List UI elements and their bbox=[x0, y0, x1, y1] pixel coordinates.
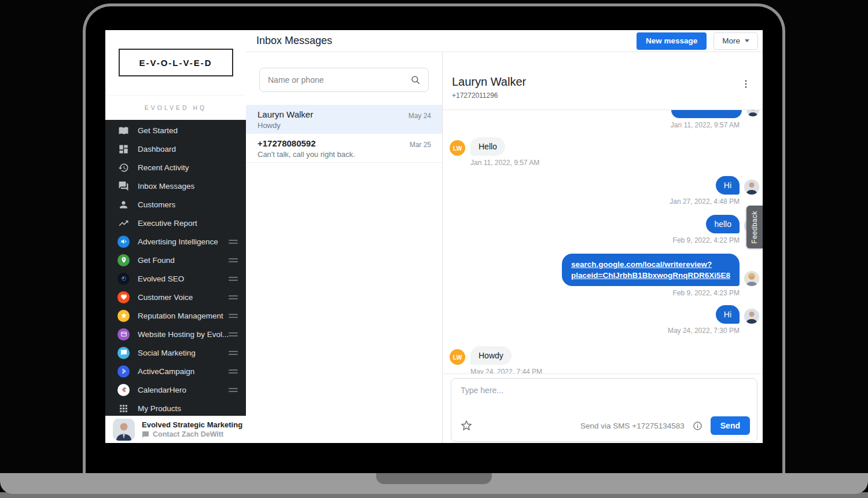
info-icon[interactable] bbox=[693, 421, 703, 431]
megaphone-icon bbox=[117, 236, 130, 248]
calendarhero-icon bbox=[117, 384, 130, 396]
avatar-initials: LW bbox=[450, 349, 465, 365]
sidebar-item-website-hosting[interactable]: Website Hosting by Evol... bbox=[105, 325, 246, 343]
avatar bbox=[113, 419, 135, 441]
search-icon[interactable] bbox=[410, 75, 421, 85]
chat-contact-phone: +17272011296 bbox=[452, 91, 498, 100]
heart-icon bbox=[117, 291, 130, 303]
message-row-incoming: LW Hello bbox=[443, 137, 763, 156]
sidebar-item-advertising-intelligence[interactable]: Advertising Intelligence bbox=[105, 232, 246, 251]
sidebar: E-V-O-L-V-E-D EVOLVED HQ Get Started Das… bbox=[105, 30, 246, 443]
avatar bbox=[746, 110, 759, 116]
book-icon bbox=[117, 124, 130, 137]
sidebar-item-social-marketing[interactable]: Social Marketing bbox=[105, 343, 246, 362]
message-history[interactable]: Jan 11, 2022, 9:57 AM LW Hello Jan 11, 2… bbox=[443, 110, 763, 374]
sidebar-item-label: Website Hosting by Evol... bbox=[138, 330, 229, 339]
avatar-initials: LW bbox=[450, 140, 465, 156]
conversation-date: May 24 bbox=[409, 112, 431, 120]
drag-handle-icon[interactable] bbox=[229, 332, 238, 336]
message-row-incoming: LW Howdy bbox=[443, 346, 763, 365]
send-button[interactable]: Send bbox=[711, 416, 750, 435]
review-link[interactable]: search.google.com/local/writereview? bbox=[571, 259, 730, 270]
drag-handle-icon[interactable] bbox=[229, 258, 238, 262]
conversation-item-lauryn-walker[interactable]: Lauryn Walker Howdy May 24 bbox=[246, 105, 442, 134]
browser-window-icon bbox=[117, 328, 130, 340]
more-button[interactable]: More bbox=[713, 32, 758, 50]
forum-icon bbox=[117, 180, 130, 192]
logo-area: E-V-O-L-V-E-D bbox=[105, 30, 246, 95]
sidebar-footer[interactable]: Evolved Strategic Marketing Contact Zach… bbox=[105, 416, 246, 443]
drag-handle-icon[interactable] bbox=[229, 351, 238, 355]
send-group: Send via SMS +17275134583 Send bbox=[580, 416, 750, 435]
sidebar-item-calendarhero[interactable]: CalendarHero bbox=[105, 380, 246, 399]
new-message-button[interactable]: New message bbox=[637, 32, 707, 50]
sidebar-item-label: Recent Activity bbox=[138, 163, 189, 172]
sidebar-item-recent-activity[interactable]: Recent Activity bbox=[105, 158, 246, 177]
sidebar-item-activecampaign[interactable]: ActiveCampaign bbox=[105, 362, 246, 380]
message-timestamp: Feb 9, 2022, 4:22 PM bbox=[443, 236, 763, 244]
globe-icon bbox=[117, 273, 130, 285]
message-timestamp: Jan 11, 2022, 9:57 AM bbox=[443, 121, 763, 129]
page-title: Inbox Messages bbox=[256, 35, 332, 47]
sidebar-item-my-products[interactable]: My Products bbox=[105, 399, 246, 416]
message-bubble: Hi bbox=[716, 305, 740, 324]
sidebar-item-label: Reputation Management bbox=[138, 312, 223, 320]
drag-handle-icon[interactable] bbox=[229, 240, 238, 244]
grid-icon bbox=[117, 402, 130, 415]
app-header: Inbox Messages New message More bbox=[246, 30, 763, 52]
sidebar-item-get-found[interactable]: Get Found bbox=[105, 251, 246, 269]
chevron-down-icon bbox=[745, 39, 749, 42]
message-bubble: Hi bbox=[716, 176, 740, 195]
star-outline-icon[interactable] bbox=[461, 420, 472, 431]
sidebar-item-customer-voice[interactable]: Customer Voice bbox=[105, 288, 246, 306]
drag-handle-icon[interactable] bbox=[229, 295, 238, 299]
sidebar-item-label: Executive Report bbox=[138, 219, 197, 228]
footer-text: Evolved Strategic Marketing Contact Zach… bbox=[142, 420, 242, 438]
sidebar-item-label: Get Started bbox=[138, 126, 178, 135]
feedback-tab[interactable]: Feedback bbox=[746, 206, 763, 248]
message-bubble: hello bbox=[706, 215, 740, 233]
conversation-name: +17278080592 bbox=[258, 138, 431, 148]
sidebar-item-label: Social Marketing bbox=[138, 349, 196, 357]
compose-toolbar: Send via SMS +17275134583 Send bbox=[461, 416, 750, 435]
avatar bbox=[744, 271, 759, 286]
sidebar-item-customers[interactable]: Customers bbox=[105, 195, 246, 214]
message-timestamp: May 24, 2022, 7:30 PM bbox=[443, 327, 763, 335]
sidebar-item-reputation-management[interactable]: Reputation Management bbox=[105, 306, 246, 325]
sidebar-item-evolved-seo[interactable]: Evolved SEO bbox=[105, 269, 246, 288]
conversation-date: Mar 25 bbox=[410, 141, 431, 149]
message-bubble bbox=[671, 110, 742, 118]
drag-handle-icon[interactable] bbox=[229, 388, 238, 392]
drag-handle-icon[interactable] bbox=[229, 369, 238, 374]
sidebar-item-label: Advertising Intelligence bbox=[138, 237, 218, 246]
send-via-label: Send via SMS +17275134583 bbox=[580, 422, 685, 430]
message-row-outgoing: Hi bbox=[443, 176, 763, 195]
sidebar-item-dashboard[interactable]: Dashboard bbox=[105, 140, 246, 158]
sidebar-item-label: Customers bbox=[138, 200, 175, 209]
message-bubble-link: search.google.com/local/writereview? pla… bbox=[562, 254, 740, 286]
message-input[interactable] bbox=[461, 386, 727, 413]
kebab-menu-icon[interactable] bbox=[741, 79, 751, 89]
message-row-outgoing-link: search.google.com/local/writereview? pla… bbox=[443, 254, 763, 286]
chevron-icon bbox=[117, 365, 130, 378]
person-icon bbox=[117, 198, 130, 211]
sidebar-item-get-started[interactable]: Get Started bbox=[105, 121, 246, 140]
search-wrap bbox=[246, 52, 442, 105]
sidebar-item-label: Customer Voice bbox=[138, 293, 193, 302]
search-box bbox=[259, 68, 429, 92]
search-input[interactable] bbox=[268, 68, 413, 91]
sidebar-item-inbox-messages[interactable]: Inbox Messages bbox=[105, 177, 246, 195]
review-link[interactable]: placeid=ChIJrbhB1BbxwogRnqRDR6Xi5E8 bbox=[571, 270, 730, 281]
drag-handle-icon[interactable] bbox=[229, 277, 238, 281]
avatar bbox=[744, 309, 759, 324]
chat-bubble-icon bbox=[117, 347, 130, 359]
sidebar-item-executive-report[interactable]: Executive Report bbox=[105, 214, 246, 232]
conversation-item-phone[interactable]: +17278080592 Can't talk, call you right … bbox=[246, 134, 442, 163]
conversation-name: Lauryn Walker bbox=[258, 109, 431, 119]
location-pin-icon bbox=[117, 254, 130, 266]
contact-row[interactable]: Contact Zach DeWitt bbox=[142, 430, 242, 438]
drag-handle-icon[interactable] bbox=[229, 314, 238, 318]
message-timestamp: Feb 9, 2022, 4:23 PM bbox=[443, 289, 763, 297]
chat-panel: Lauryn Walker +17272011296 Jan 11, 2022,… bbox=[443, 52, 763, 443]
dashboard-icon bbox=[117, 142, 130, 155]
